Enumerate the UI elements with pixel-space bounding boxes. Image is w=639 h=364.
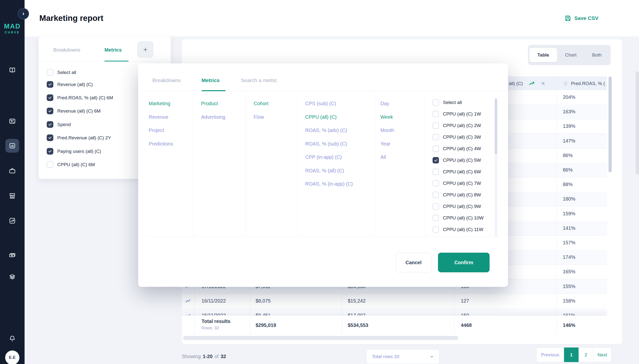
modal-option-day[interactable]: Day [380,101,389,106]
modal-scrollbar[interactable] [495,99,497,154]
horizontal-scrollbar[interactable] [183,336,458,340]
modal-checkbox-period[interactable] [432,157,439,164]
modal-option-marketing[interactable]: Marketing [149,101,170,106]
modal-checkbox-period[interactable] [432,203,439,210]
modal-tab-metrics[interactable]: Metrics [202,78,220,83]
modal-option-year[interactable]: Year [380,141,390,147]
view-toggle-table[interactable]: Table [530,48,557,62]
modal-option-week[interactable]: Week [380,114,393,120]
modal-checkbox-period[interactable] [432,122,439,129]
modal-tab-breakdowns[interactable]: Breakdowns [152,78,181,83]
modal-tab-search-a-metric[interactable]: Search a metric [241,78,277,83]
topbar [24,0,639,36]
modal-option-roas-all-c-[interactable]: ROAS, % (all) (C) [305,168,344,174]
marketing-report-page: Marketing report Save CSV › MAD CURVE E.… [0,0,639,364]
table-row[interactable]: 16/11/2022$8,075$15,242127158% [182,294,607,308]
drag-handle-icon[interactable] [564,81,568,86]
confirm-button[interactable]: Confirm [438,253,490,272]
avatar[interactable]: E.E [5,350,20,364]
sidebar-item-layers[interactable] [6,270,19,284]
sidebar-item-bar-chart[interactable] [6,139,19,153]
add-metric-button[interactable]: + [137,41,154,58]
modal-option-cppu-all-c-[interactable]: CPPU (all) (C) [305,114,337,120]
pagination-previous[interactable]: Previous [536,348,564,362]
panel-checkbox-metric[interactable] [47,81,53,88]
modal-option-roas-in-app-c-[interactable]: ROAS, % (in-app) (C) [305,181,353,187]
panel-checkbox-metric[interactable] [47,148,53,154]
page-scrollbar[interactable] [636,71,639,174]
row-pred-roas: 88% [563,177,573,192]
modal-option-product[interactable]: Product [201,101,218,106]
check-icon [434,158,438,162]
modal-option-roas-adv-c-[interactable]: ROAS, % (adv) (C) [305,128,347,133]
sidebar-item-chart-image[interactable] [6,214,19,228]
close-icon[interactable]: ✕ [541,80,545,86]
totals-row: Total results Rows: 32$295,019$534,55344… [182,315,607,335]
modal-column-divider [374,96,375,236]
modal-option-advertising[interactable]: Advertising [201,114,225,120]
briefcase-icon [8,167,16,174]
row-pred-roas: 158% [563,294,575,308]
modal-option-roas-sub-c-[interactable]: ROAS, % (sub) (C) [305,141,347,147]
total-rows-select[interactable]: Total rows 20 [366,349,440,364]
view-toggle-chart[interactable]: Chart [557,48,584,62]
panel-checkbox-metric[interactable] [47,94,53,101]
panel-tab-breakdowns[interactable]: Breakdowns [53,47,80,53]
modal-option-cps-sub-c-[interactable]: CPS (sub) (C) [305,101,336,106]
sidebar-item-bell[interactable] [6,332,19,345]
modal-checkbox-period[interactable] [432,146,439,152]
trend-icon[interactable] [529,80,535,87]
sidebar-item-storefront[interactable] [6,189,19,203]
modal-column-divider [298,96,298,236]
modal-checkbox-label: CPPU (all) (C) 8W [443,192,481,198]
calculator-icon [8,118,16,125]
panel-checkbox-metric[interactable] [47,108,53,114]
brand-logo-bottom: CURVE [0,31,24,34]
panel-checkbox-metric[interactable] [47,121,53,128]
panel-checkbox-label: Select all [57,70,76,75]
row-pred-roas: 180% [563,192,575,206]
modal-option-cohort[interactable]: Cohort [254,101,268,106]
sidebar-item-book[interactable] [6,63,19,77]
modal-checkbox-period[interactable] [432,192,439,198]
modal-option-all[interactable]: All [380,154,386,160]
save-csv-button[interactable]: Save CSV [564,12,598,24]
modal-checkbox-period[interactable] [432,168,439,175]
modal-option-flow[interactable]: Flow [254,114,264,120]
modal-checkbox-period[interactable] [432,134,439,140]
cancel-button[interactable]: Cancel [396,253,431,272]
table-vertical-scrollbar[interactable] [608,76,612,172]
modal-option-cpp-in-app-c-[interactable]: CPP (in-app) (C) [305,154,342,160]
modal-checkbox-period[interactable] [432,215,439,221]
showing-of: of [214,354,219,359]
modal-option-project[interactable]: Project [149,128,164,133]
panel-checkbox-metric[interactable] [47,134,53,141]
pagination-1[interactable]: 1 [564,348,579,362]
modal-checkbox-period[interactable] [432,111,439,117]
view-toggle: TableChartBoth [528,45,611,65]
panel-checkbox-label: Revenue (all) (C) 6M [57,108,100,114]
view-toggle-both[interactable]: Both [584,48,609,62]
sidebar-item-banknote[interactable] [6,248,19,262]
sidebar-item-calculator[interactable] [6,114,19,128]
sidebar-item-briefcase[interactable] [6,164,19,178]
modal-checkbox-label: CPPU (all) (C) 2W [443,123,481,128]
modal-option-month[interactable]: Month [380,128,394,133]
modal-checkbox-period[interactable] [432,226,439,233]
check-icon [48,136,52,140]
modal-checkbox-select-all[interactable] [432,99,439,106]
panel-tab-metrics[interactable]: Metrics [104,47,122,53]
panel-checkbox-select-all[interactable] [47,69,53,76]
sidebar-collapse-button[interactable]: › [18,8,29,20]
panel-checkbox-label: Spend [57,122,71,127]
pagination-next[interactable]: Next [593,348,611,362]
modal-checkbox-label: CPPU (all) (C) 10W [443,215,484,221]
pagination-2[interactable]: 2 [579,348,593,362]
modal-option-predictions[interactable]: Predictions [149,141,173,147]
modal-option-revenue[interactable]: Revenue [149,114,168,120]
panel-checkbox-metric[interactable] [47,161,53,168]
modal-checkbox-period[interactable] [432,180,439,186]
check-icon [48,109,52,113]
modal-checkbox-label: CPPU (all) (C) 6W [443,169,481,174]
row-trend-icon[interactable] [185,294,191,308]
